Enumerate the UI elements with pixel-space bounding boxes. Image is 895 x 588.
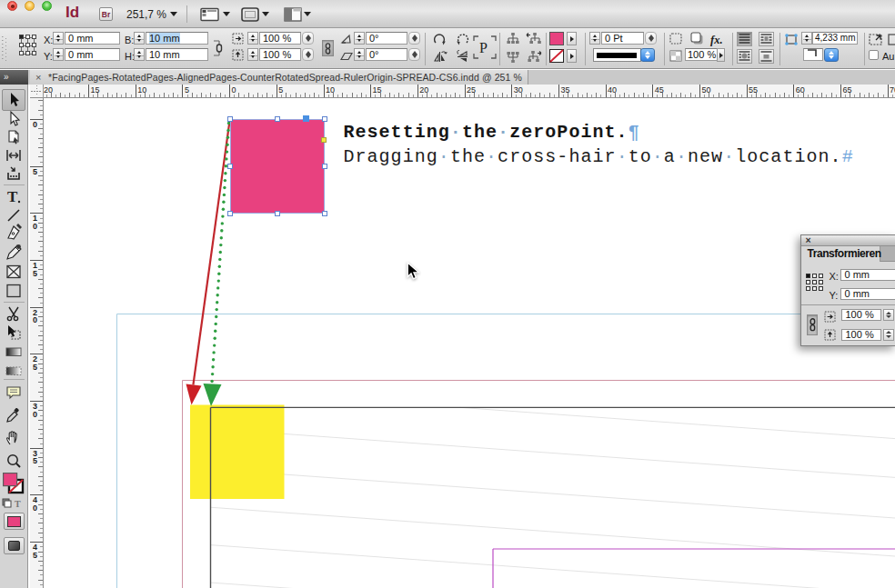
svg-text:T: T	[15, 499, 21, 509]
svg-text:P: P	[479, 40, 488, 55]
svg-text:T: T	[7, 188, 18, 205]
